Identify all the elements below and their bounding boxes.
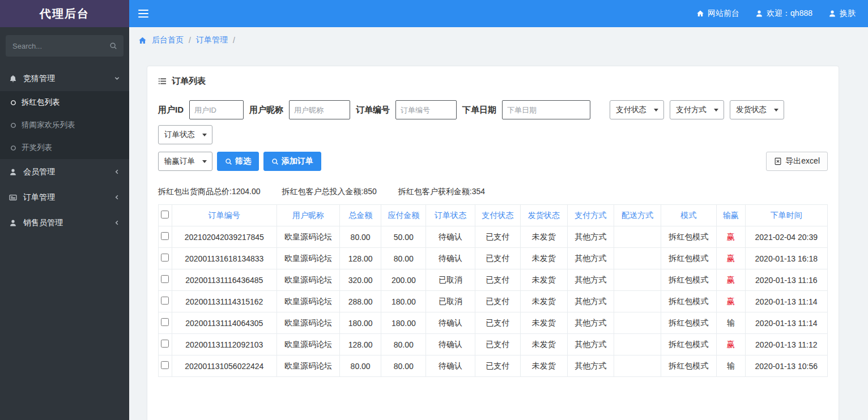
sidebar-item-family-fun-list[interactable]: 猜阖家欢乐列表 bbox=[0, 114, 129, 136]
cell-order-status: 已取消 bbox=[426, 291, 475, 312]
main-area: 网站前台 欢迎：qh888 换肤 后台首页 / 订单管理 / 订单列表 bbox=[129, 0, 868, 420]
table-row: 202001131056022424 欧皇源码论坛 80.00 80.00 待确… bbox=[159, 355, 828, 377]
sidebar-item-sales[interactable]: 销售员管理 bbox=[0, 210, 129, 235]
select-all-cell bbox=[159, 205, 172, 226]
table-row: 202001131114064305 欧皇源码论坛 180.00 180.00 … bbox=[159, 312, 828, 334]
cell-result: 赢 bbox=[716, 248, 745, 269]
stat-total-invested: 拆红包客户总投入金额:850 bbox=[282, 187, 377, 197]
row-checkbox[interactable] bbox=[161, 254, 169, 262]
breadcrumb-current-link[interactable]: 订单管理 bbox=[196, 35, 228, 45]
header-mode: 模式 bbox=[661, 205, 716, 226]
cell-result: 输 bbox=[716, 312, 745, 334]
cell-mode: 拆红包模式 bbox=[661, 355, 716, 377]
welcome-user[interactable]: 欢迎：qh888 bbox=[755, 8, 812, 19]
filter-button[interactable]: 筛选 bbox=[217, 152, 259, 171]
change-skin-button[interactable]: 换肤 bbox=[828, 8, 856, 19]
caret-down-icon bbox=[714, 109, 718, 112]
cell-nickname: 欧皇源码论坛 bbox=[277, 312, 340, 334]
row-checkbox-cell bbox=[159, 334, 172, 355]
cell-delivery bbox=[614, 355, 661, 377]
cell-pay-status: 已支付 bbox=[475, 226, 520, 248]
order-table: 订单编号 用户昵称 总金额 应付金额 订单状态 支付状态 发货状态 支付方式 配… bbox=[158, 204, 828, 377]
cell-payable: 200.00 bbox=[381, 269, 426, 291]
pay-status-select[interactable]: 支付状态 bbox=[610, 100, 664, 119]
home-icon bbox=[138, 36, 147, 45]
cell-ship-status: 未发货 bbox=[520, 248, 567, 269]
cell-pay-status: 已支付 bbox=[475, 355, 520, 377]
search-icon bbox=[271, 158, 279, 165]
win-lose-select-value: 输赢订单 bbox=[164, 156, 195, 166]
card-header: 订单列表 bbox=[147, 66, 839, 92]
user-id-input[interactable] bbox=[189, 100, 244, 119]
pay-method-select[interactable]: 支付方式 bbox=[670, 100, 724, 119]
filter-row-1: 用户ID 用户昵称 订单编号 下单日期 支付状态 支付方式 bbox=[158, 100, 828, 144]
cell-time: 2021-02-04 20:39 bbox=[745, 226, 827, 248]
cell-order-no: 202001131114064305 bbox=[172, 312, 276, 334]
table-row: 202102042039217845 欧皇源码论坛 80.00 50.00 待确… bbox=[159, 226, 828, 248]
row-checkbox[interactable] bbox=[161, 318, 169, 326]
row-checkbox-cell bbox=[159, 269, 172, 291]
select-all-checkbox[interactable] bbox=[161, 211, 169, 218]
list-icon bbox=[158, 77, 167, 85]
cell-total: 128.00 bbox=[340, 334, 381, 355]
cell-nickname: 欧皇源码论坛 bbox=[277, 334, 340, 355]
cell-order-no: 202102042039217845 bbox=[172, 226, 276, 248]
sidebar-menu: 竞猜管理 拆红包列表 猜阖家欢乐列表 开奖列表 会员管理 bbox=[0, 66, 129, 235]
header-delivery: 配送方式 bbox=[614, 205, 661, 226]
header-result: 输赢 bbox=[716, 205, 745, 226]
welcome-label: 欢迎：qh888 bbox=[767, 8, 812, 19]
cell-nickname: 欧皇源码论坛 bbox=[277, 291, 340, 312]
header-pay-method: 支付方式 bbox=[567, 205, 614, 226]
sidebar-item-red-packet-list[interactable]: 拆红包列表 bbox=[0, 91, 129, 114]
cell-mode: 拆红包模式 bbox=[661, 248, 716, 269]
row-checkbox[interactable] bbox=[161, 297, 169, 305]
cell-pay-method: 其他方式 bbox=[567, 291, 614, 312]
order-no-input[interactable] bbox=[395, 100, 457, 119]
row-checkbox[interactable] bbox=[161, 361, 169, 369]
site-front-label: 网站前台 bbox=[708, 8, 739, 19]
header-nickname: 用户昵称 bbox=[277, 205, 340, 226]
cell-time: 2020-01-13 11:14 bbox=[745, 291, 827, 312]
add-order-button[interactable]: 添加订单 bbox=[263, 152, 321, 171]
chevron-down-icon bbox=[114, 75, 120, 82]
home-icon bbox=[696, 10, 704, 18]
cell-nickname: 欧皇源码论坛 bbox=[277, 355, 340, 377]
cell-order-no: 202001131056022424 bbox=[172, 355, 276, 377]
topbar: 网站前台 欢迎：qh888 换肤 bbox=[129, 0, 868, 27]
breadcrumb-home-link[interactable]: 后台首页 bbox=[152, 35, 184, 45]
circle-icon bbox=[10, 145, 16, 151]
row-checkbox[interactable] bbox=[161, 340, 169, 348]
user-id-label: 用户ID bbox=[158, 105, 184, 115]
search-input[interactable] bbox=[6, 35, 124, 57]
order-table-body: 202102042039217845 欧皇源码论坛 80.00 50.00 待确… bbox=[159, 226, 828, 377]
cell-order-no: 202001131618134833 bbox=[172, 248, 276, 269]
row-checkbox[interactable] bbox=[161, 232, 169, 240]
user-icon bbox=[755, 10, 763, 18]
sidebar-item-members[interactable]: 会员管理 bbox=[0, 159, 129, 185]
hamburger-menu-icon[interactable] bbox=[138, 10, 150, 18]
cell-pay-status: 已支付 bbox=[475, 248, 520, 269]
ship-status-select[interactable]: 发货状态 bbox=[730, 100, 784, 119]
sidebar-item-lottery-list[interactable]: 开奖列表 bbox=[0, 136, 129, 159]
cell-pay-method: 其他方式 bbox=[567, 334, 614, 355]
order-date-label: 下单日期 bbox=[462, 105, 496, 115]
order-date-input[interactable] bbox=[502, 100, 590, 119]
submenu-item-label: 猜阖家欢乐列表 bbox=[22, 120, 75, 130]
export-excel-button[interactable]: 导出excel bbox=[766, 152, 828, 171]
win-lose-select[interactable]: 输赢订单 bbox=[158, 152, 212, 171]
order-status-select[interactable]: 订单状态 bbox=[158, 125, 212, 144]
site-front-link[interactable]: 网站前台 bbox=[696, 8, 739, 19]
cell-nickname: 欧皇源码论坛 bbox=[277, 269, 340, 291]
cell-payable: 50.00 bbox=[381, 226, 426, 248]
nickname-input[interactable] bbox=[289, 100, 350, 119]
row-checkbox[interactable] bbox=[161, 275, 169, 283]
sidebar-item-betting[interactable]: 竞猜管理 bbox=[0, 66, 129, 91]
cell-ship-status: 未发货 bbox=[520, 355, 567, 377]
stat-total-goods-price: 拆红包出货商品总价:1204.00 bbox=[158, 187, 261, 197]
sidebar-item-orders[interactable]: 订单管理 bbox=[0, 185, 129, 210]
header-ship-status: 发货状态 bbox=[520, 205, 567, 226]
filter-button-label: 筛选 bbox=[235, 156, 251, 166]
header-order-no: 订单编号 bbox=[172, 205, 276, 226]
cell-total: 320.00 bbox=[340, 269, 381, 291]
cell-delivery bbox=[614, 269, 661, 291]
